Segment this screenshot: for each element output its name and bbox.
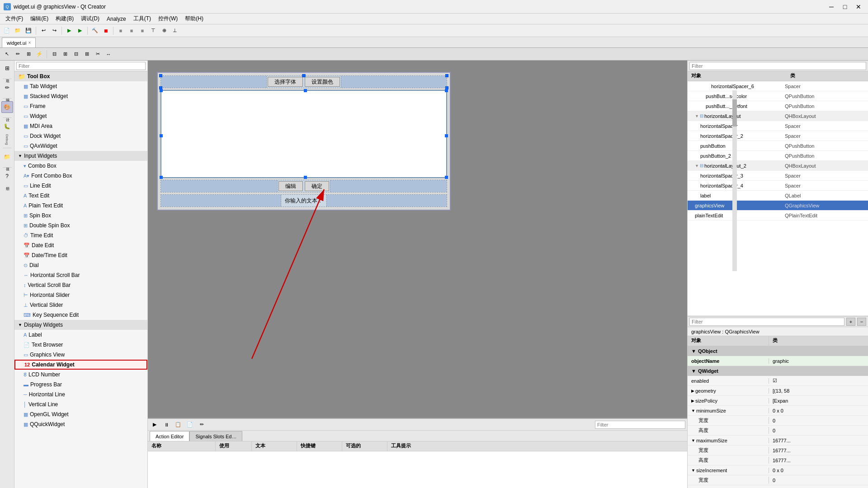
sidebar-item-frame[interactable]: ▭ Frame	[14, 101, 147, 111]
sidebar-item-qquickwidget[interactable]: ▦ QQuickWidget	[14, 419, 147, 429]
prop-filter-input[interactable]	[689, 318, 844, 326]
prop-value-objectname[interactable]: graphic	[769, 358, 868, 364]
sidebar-item-textedit[interactable]: A Text Edit	[14, 191, 147, 201]
prop-value-enabled[interactable]: ☑	[769, 378, 868, 384]
sidebar-item-timeedit[interactable]: ⏱ Time Edit	[14, 230, 147, 240]
tab-close-icon[interactable]: ×	[28, 40, 31, 45]
toolbar-redo[interactable]: ↪	[49, 26, 59, 36]
sidebar-item-hslider[interactable]: ⊢ Horizontal Slider	[14, 290, 147, 300]
sidebar-item-doublespinbox[interactable]: ⊞ Double Spin Box	[14, 221, 147, 230]
we-signal[interactable]: ⚡	[34, 49, 44, 59]
prop-value-minsize[interactable]: 0 x 0	[769, 408, 868, 413]
sidebar-item-mdiarea[interactable]: ▦ MDI Area	[14, 121, 147, 131]
tab-action-editor[interactable]: Action Editor	[150, 431, 189, 441]
toolbar-stop[interactable]: ⏹	[101, 26, 111, 36]
sidebar-item-datetimeedit[interactable]: 📅 Date/Time Edit	[14, 250, 147, 260]
toolbar-open[interactable]: 📁	[13, 26, 23, 36]
prop-value-width-si[interactable]: 0	[769, 478, 868, 483]
prop-value-geometry[interactable]: [(13, 58	[769, 388, 868, 394]
sidebar-item-hline[interactable]: ─ Horizontal Line	[14, 389, 147, 399]
toolbar-align-top[interactable]: ⊤	[148, 26, 158, 36]
sidebar-item-plaintextedit[interactable]: A Plain Text Edit	[14, 201, 147, 211]
tab-widget-ui[interactable]: widget.ui ×	[2, 38, 36, 47]
toolbar-build[interactable]: 🔨	[90, 26, 100, 36]
maximize-button[interactable]: □	[839, 2, 851, 11]
prop-add-btn[interactable]: +	[846, 318, 855, 326]
btn-set-color[interactable]: 设置颜色	[305, 77, 340, 87]
sidebar-item-tabwidget[interactable]: ▦ Tab Widget	[14, 81, 147, 91]
sidebar-item-vscrollbar[interactable]: ↕ Vertical Scroll Bar	[14, 280, 147, 290]
sidebar-item-vslider[interactable]: ⊥ Vertical Slider	[14, 300, 147, 310]
design-canvas[interactable]: 选择字体 设置颜色	[148, 61, 687, 418]
object-tree-filter[interactable]	[689, 62, 866, 70]
btn-edit[interactable]: 编辑	[278, 181, 303, 191]
sidebar-item-textbrowser[interactable]: 📄 Text Browser	[14, 340, 147, 350]
btn-confirm[interactable]: 确定	[305, 181, 329, 191]
prop-value-sizeincrement[interactable]: 0 x 0	[769, 468, 868, 473]
menu-controls[interactable]: 控件(W)	[155, 14, 181, 23]
graphics-view-canvas[interactable]	[160, 90, 447, 178]
prop-value-sizepolicy[interactable]: [Expan	[769, 398, 868, 404]
prop-value-width-min[interactable]: 0	[769, 418, 868, 423]
prop-value-height-min[interactable]: 0	[769, 428, 868, 433]
close-button[interactable]: ✕	[853, 2, 864, 11]
we-adjust[interactable]: ↔	[104, 49, 113, 59]
tab-signals-slots[interactable]: Signals Slots Ed…	[189, 431, 242, 441]
bottom-filter-input[interactable]	[595, 421, 685, 429]
toolbox-item-toolbox[interactable]: 📁 Tool Box	[14, 71, 147, 81]
bottom-btn-copy[interactable]: 📋	[173, 420, 183, 430]
sidebar-item-dateedit[interactable]: 📅 Date Edit	[14, 240, 147, 250]
toolbar-run[interactable]: ▶	[64, 26, 74, 36]
toolbar-save[interactable]: 💾	[24, 26, 33, 36]
sidebar-item-lineedit[interactable]: ▭ Line Edit	[14, 181, 147, 191]
menu-tools[interactable]: 工具(T)	[130, 14, 155, 23]
sidebar-item-fontcombo[interactable]: A▾ Font Combo Box	[14, 171, 147, 181]
prop-value-width-max[interactable]: 16777...	[769, 448, 868, 453]
sidebar-item-lcdnumber[interactable]: 8̈ LCD Number	[14, 370, 147, 380]
menu-edit[interactable]: 编辑(E)	[27, 14, 52, 23]
obj-row-graphicsview[interactable]: graphicsView QGraphicsView	[688, 201, 868, 211]
prop-value-maxsize[interactable]: 16777...	[769, 438, 868, 443]
sidebar-item-graphicsview[interactable]: ▭ Graphics View	[14, 350, 147, 360]
we-edit[interactable]: ✏	[13, 49, 23, 59]
toolbar-undo[interactable]: ↩	[38, 26, 48, 36]
sidebar-item-label[interactable]: A Label	[14, 330, 147, 340]
sidebar-item-stackedwidget[interactable]: ▦ Stacked Widget	[14, 91, 147, 101]
we-pointer[interactable]: ↖	[2, 49, 12, 59]
sidebar-item-calendarwidget[interactable]: 12 Calendar Widget	[14, 360, 147, 370]
toolbar-align-bottom[interactable]: ⊥	[170, 26, 180, 36]
sidebar-item-progressbar[interactable]: ▬ Progress Bar	[14, 380, 147, 389]
sidebar-item-hscrollbar[interactable]: ↔ Horizontal Scroll Bar	[14, 270, 147, 280]
icon-project[interactable]: 📁	[1, 151, 13, 163]
we-hlayout[interactable]: ⊟	[49, 49, 59, 59]
toolbar-debug-run[interactable]: ▶	[75, 26, 85, 36]
bottom-btn-play[interactable]: ▶	[150, 420, 160, 430]
menu-analyze[interactable]: Analyze	[103, 15, 130, 23]
sidebar-item-keysequence[interactable]: ⌨ Key Sequence Edit	[14, 310, 147, 320]
minimize-button[interactable]: ─	[826, 2, 837, 11]
sidebar-item-combobox[interactable]: ▾ Combo Box	[14, 161, 147, 171]
we-vlayout[interactable]: ⊞	[60, 49, 70, 59]
icon-edit[interactable]: ✏	[1, 82, 13, 94]
icon-design[interactable]: 🎨	[1, 101, 13, 113]
prop-remove-btn[interactable]: −	[857, 318, 866, 326]
toolbar-new[interactable]: 📄	[2, 26, 12, 36]
sidebar-item-dockwidget[interactable]: ▭ Dock Widget	[14, 131, 147, 141]
icon-debug[interactable]: 🐛	[1, 121, 13, 132]
sidebar-item-vline[interactable]: │ Vertical Line	[14, 399, 147, 409]
form-widget[interactable]: 选择字体 设置颜色	[157, 72, 451, 211]
toolbar-align-center[interactable]: ≡	[127, 26, 137, 36]
menu-help[interactable]: 帮助(H)	[181, 14, 207, 23]
category-display-widgets[interactable]: ▼ Display Widgets	[14, 320, 147, 330]
sidebar-filter-input[interactable]	[16, 62, 146, 70]
menu-build[interactable]: 构建(B)	[52, 14, 77, 23]
toolbar-align-left[interactable]: ≡	[116, 26, 126, 36]
icon-welcome[interactable]: ⊞	[1, 62, 13, 74]
we-gridlayout[interactable]: ⊞	[82, 49, 92, 59]
toolbar-align-right[interactable]: ≡	[137, 26, 147, 36]
sidebar-item-widget[interactable]: ▭ Widget	[14, 111, 147, 121]
sidebar-scrollbar-thumb[interactable]	[732, 99, 737, 127]
sidebar-item-dial[interactable]: ⊙ Dial	[14, 260, 147, 270]
icon-help[interactable]: ?	[1, 170, 13, 182]
bottom-btn-file[interactable]: 📄	[185, 420, 195, 430]
